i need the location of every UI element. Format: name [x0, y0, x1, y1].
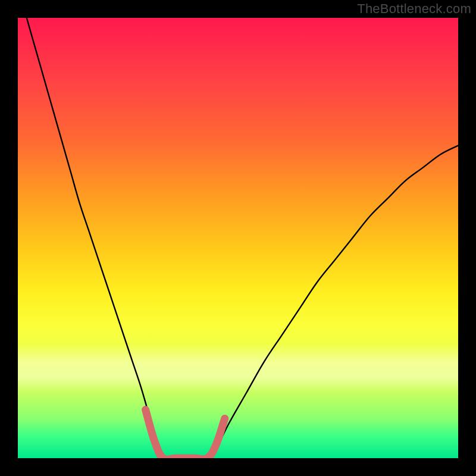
bottleneck-curve: [18, 18, 458, 458]
watermark-text: TheBottleneck.com: [357, 1, 471, 17]
chart-frame: TheBottleneck.com: [0, 0, 476, 476]
curve-highlight: [146, 410, 225, 458]
curve-right: [212, 146, 458, 458]
curve-left: [27, 18, 163, 458]
plot-area: [18, 18, 458, 458]
